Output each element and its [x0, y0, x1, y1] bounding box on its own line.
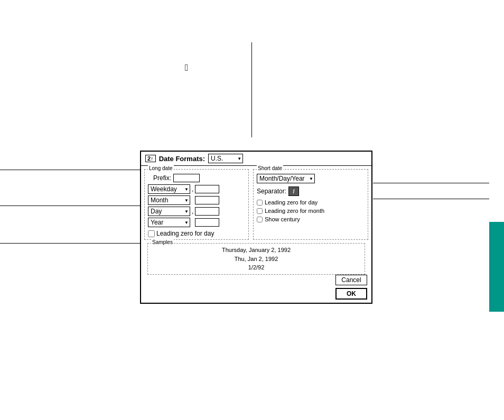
- weekday-row: Weekday Month Day Year (none) ,: [148, 184, 245, 194]
- year-select-wrapper[interactable]: Year Weekday Month Day (none): [148, 218, 190, 227]
- comma-1: ,: [192, 185, 193, 193]
- comma-3: ,: [192, 208, 193, 215]
- dialog-icon: 2↑: [145, 155, 156, 162]
- comma-4: [192, 219, 193, 226]
- prefix-label: Prefix:: [148, 174, 171, 182]
- month-select-wrapper[interactable]: Month Weekday Day Year (none): [148, 195, 190, 205]
- short-date-section: Short date Month/Day/Year Day/Month/Year…: [253, 169, 368, 240]
- sample-line-2: Thu, Jan 2, 1992: [152, 255, 360, 264]
- date-formats-dialog: 2↑ Date Formats: U.S. Custom Long date P…: [140, 151, 372, 304]
- year-select[interactable]: Year Weekday Month Day (none): [148, 218, 190, 227]
- short-leading-zero-day-label: Leading zero for day: [265, 199, 318, 206]
- long-leading-zero-label: Leading zero for day: [156, 230, 214, 237]
- dialog-title-bar: 2↑ Date Formats: U.S. Custom: [141, 152, 371, 166]
- weekday-select[interactable]: Weekday Month Day Year (none): [148, 184, 190, 194]
- dialog-title: Date Formats:: [159, 155, 205, 163]
- sample-line-3: 1/2/92: [152, 263, 360, 272]
- long-date-section: Long date Prefix: Weekday Month Day Year…: [144, 169, 249, 240]
- prefix-input[interactable]: [173, 174, 200, 182]
- day-row: Day Weekday Month Year (none) ,: [148, 207, 245, 216]
- short-date-label: Short date: [257, 165, 283, 171]
- short-date-format-row: Month/Day/Year Day/Month/Year Year/Month…: [257, 174, 365, 183]
- ruler-line-4: [373, 183, 489, 183]
- country-select[interactable]: U.S. Custom: [208, 154, 243, 163]
- country-select-wrapper[interactable]: U.S. Custom: [208, 154, 243, 163]
- month-select[interactable]: Month Weekday Day Year (none): [148, 195, 190, 205]
- weekday-select-wrapper[interactable]: Weekday Month Day Year (none): [148, 184, 190, 194]
- month-suffix-input[interactable]: [195, 196, 219, 204]
- long-leading-zero-row: Leading zero for day: [148, 230, 245, 237]
- samples-section: Samples Thursday, January 2, 1992 Thu, J…: [147, 243, 365, 275]
- cancel-button[interactable]: Cancel: [335, 275, 367, 285]
- year-suffix-input[interactable]: [195, 218, 219, 227]
- short-leading-zero-month-label: Leading zero for month: [265, 208, 324, 214]
- buttons-area: Cancel OK: [335, 275, 367, 300]
- long-leading-zero-checkbox[interactable]: [148, 230, 155, 237]
- dialog-body: Long date Prefix: Weekday Month Day Year…: [141, 166, 371, 243]
- long-date-label: Long date: [148, 165, 174, 171]
- comma-2: [192, 197, 193, 204]
- prefix-row: Prefix:: [148, 174, 245, 182]
- year-row: Year Weekday Month Day (none): [148, 218, 245, 227]
- short-leading-zero-month-checkbox[interactable]: [257, 208, 263, 214]
- show-century-label: Show century: [265, 216, 300, 222]
- short-leading-zero-day-checkbox[interactable]: [257, 200, 263, 206]
- ruler-line-1: [0, 170, 143, 170]
- separator-box: /: [288, 186, 299, 196]
- short-date-format-wrapper[interactable]: Month/Day/Year Day/Month/Year Year/Month…: [257, 174, 315, 183]
- ruler-line-3: [0, 243, 143, 244]
- month-row: Month Weekday Day Year (none): [148, 195, 245, 205]
- separator-label: Separator:: [257, 188, 286, 195]
- weekday-suffix-input[interactable]: [195, 185, 219, 193]
- short-leading-zero-day-row: Leading zero for day: [257, 199, 365, 206]
- day-suffix-input[interactable]: [195, 207, 219, 216]
- short-date-format-select[interactable]: Month/Day/Year Day/Month/Year Year/Month…: [257, 174, 315, 183]
- vertical-divider: [251, 42, 252, 137]
- short-leading-zero-month-row: Leading zero for month: [257, 208, 365, 214]
- teal-bar: [489, 222, 504, 312]
- separator-row: Separator: /: [257, 186, 365, 196]
- apple-logo: : [185, 62, 189, 73]
- show-century-row: Show century: [257, 216, 365, 222]
- show-century-checkbox[interactable]: [257, 217, 263, 222]
- ok-button[interactable]: OK: [335, 288, 367, 300]
- sample-line-1: Thursday, January 2, 1992: [152, 246, 360, 255]
- samples-label: Samples: [151, 239, 174, 245]
- ruler-line-5: [373, 199, 489, 199]
- day-select[interactable]: Day Weekday Month Year (none): [148, 207, 190, 216]
- day-select-wrapper[interactable]: Day Weekday Month Year (none): [148, 207, 190, 216]
- ruler-line-2: [0, 206, 143, 206]
